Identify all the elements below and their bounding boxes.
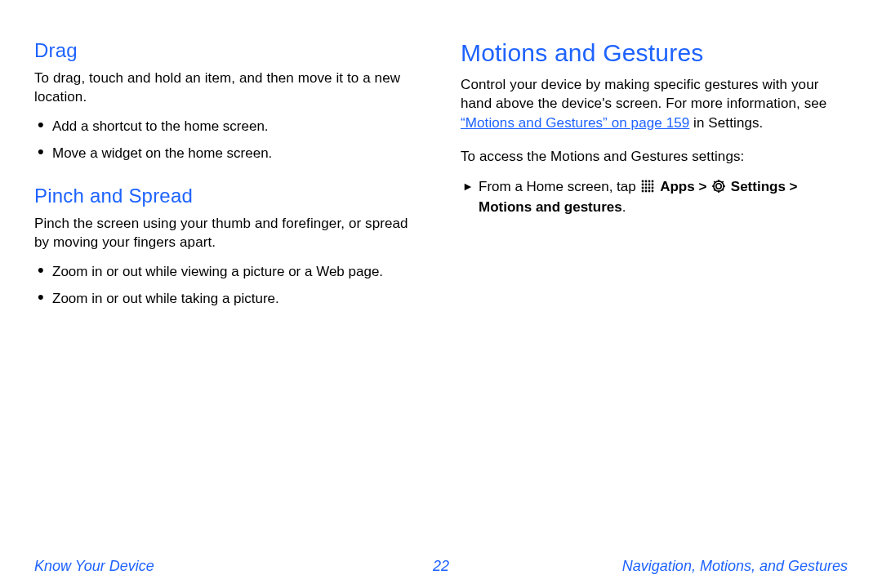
svg-point-7 xyxy=(652,183,654,185)
svg-point-5 xyxy=(645,183,648,185)
right-column: Motions and Gestures Control your device… xyxy=(461,39,848,506)
svg-rect-19 xyxy=(718,190,719,193)
motions-intro: Control your device by making specific g… xyxy=(461,75,848,132)
svg-rect-18 xyxy=(718,180,719,182)
list-item: Zoom in or out while taking a picture. xyxy=(34,289,421,308)
step-apps-label: Apps xyxy=(660,179,695,194)
svg-point-6 xyxy=(648,183,651,185)
svg-point-16 xyxy=(716,184,721,189)
svg-point-2 xyxy=(648,180,651,182)
page-footer: Know Your Device 22 Navigation, Motions,… xyxy=(0,558,882,575)
intro-text: Control your device by making specific g… xyxy=(461,77,826,111)
svg-point-1 xyxy=(645,180,648,182)
step-motions-label: Motions and gestures xyxy=(479,199,622,215)
svg-rect-20 xyxy=(712,185,715,187)
intro-text-post: in Settings. xyxy=(689,115,763,131)
svg-point-8 xyxy=(642,186,644,189)
svg-point-15 xyxy=(652,189,654,192)
svg-point-12 xyxy=(642,189,644,192)
list-item: Add a shortcut to the home screen. xyxy=(34,117,421,136)
gear-icon xyxy=(712,180,725,193)
heading-pinch: Pinch and Spread xyxy=(34,185,421,207)
svg-point-14 xyxy=(648,189,651,192)
svg-point-13 xyxy=(645,189,648,192)
step-arrow-icon: ► xyxy=(462,178,474,195)
access-instruction: To access the Motions and Gestures setti… xyxy=(461,147,848,166)
list-item: Move a widget on the home screen. xyxy=(34,144,421,163)
step-separator: > xyxy=(695,179,710,194)
page-body: Drag To drag, touch and hold an item, an… xyxy=(0,0,882,539)
svg-point-9 xyxy=(645,186,648,189)
heading-drag: Drag xyxy=(34,39,421,62)
footer-right: Navigation, Motions, and Gestures xyxy=(622,558,848,575)
cross-reference-link[interactable]: “Motions and Gestures” on page 159 xyxy=(461,115,689,131)
left-column: Drag To drag, touch and hold an item, an… xyxy=(34,39,421,506)
apps-grid-icon xyxy=(641,180,654,193)
pinch-bullets: Zoom in or out while viewing a picture o… xyxy=(34,262,421,309)
pinch-description: Pinch the screen using your thumb and fo… xyxy=(34,214,421,252)
drag-bullets: Add a shortcut to the home screen. Move … xyxy=(34,117,421,163)
footer-left: Know Your Device xyxy=(34,558,154,575)
page-number: 22 xyxy=(433,558,449,575)
svg-point-3 xyxy=(652,180,654,182)
svg-point-0 xyxy=(642,180,644,182)
step-text-pre: From a Home screen, tap xyxy=(479,179,639,194)
svg-point-11 xyxy=(652,186,654,189)
step-settings-label: Settings xyxy=(731,179,786,194)
svg-rect-21 xyxy=(723,185,725,187)
drag-description: To drag, touch and hold an item, and the… xyxy=(34,69,421,107)
svg-point-10 xyxy=(648,186,651,189)
list-item: Zoom in or out while viewing a picture o… xyxy=(34,262,421,281)
step-item: ► From a Home screen, tap Apps > Setting… xyxy=(461,176,848,218)
svg-point-4 xyxy=(642,183,644,185)
step-period: . xyxy=(622,199,626,215)
heading-motions: Motions and Gestures xyxy=(461,39,848,67)
step-separator-2: > xyxy=(786,179,798,194)
